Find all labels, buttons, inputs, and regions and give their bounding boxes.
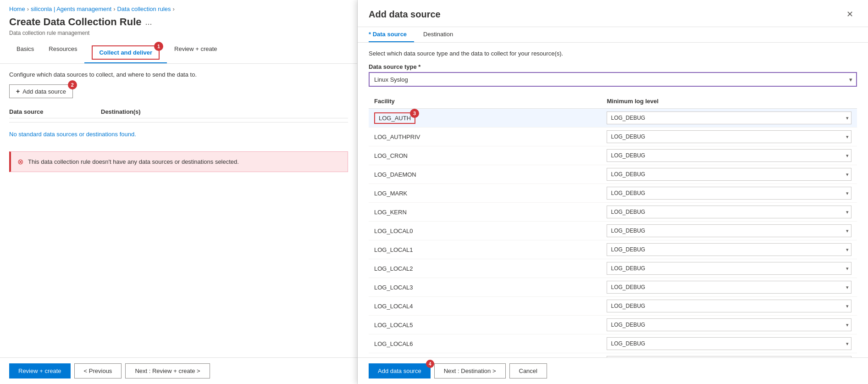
facility-cell: LOG_LOCAL3 <box>369 278 601 297</box>
content-description: Configure which data sources to collect,… <box>9 71 348 78</box>
facility-row: LOG_LOCAL4LOG_DEBUGLOG_INFOLOG_NOTICELOG… <box>369 297 857 316</box>
datasource-type-wrapper: Linux Syslog Windows Event Logs Performa… <box>369 72 857 87</box>
left-panel: Home › siliconla | Agents management › D… <box>0 0 358 384</box>
tab-collect-deliver[interactable]: Collect and deliver 1 <box>84 42 167 63</box>
log-level-cell: LOG_DEBUGLOG_INFOLOG_NOTICELOG_WARNINGLO… <box>601 128 857 146</box>
facility-table: Facility Minimum log level LOG_AUTH3LOG_… <box>369 94 857 357</box>
page-title: Create Data Collection Rule <box>9 16 142 28</box>
log-level-select[interactable]: LOG_DEBUGLOG_INFOLOG_NOTICELOG_WARNINGLO… <box>607 224 851 237</box>
panel-title: Add data source <box>369 9 441 20</box>
datasource-type-select[interactable]: Linux Syslog Windows Event Logs Performa… <box>369 72 857 87</box>
facility-cell: LOG_AUTHPRIV <box>369 128 601 146</box>
next-button[interactable]: Next : Review + create > <box>125 363 210 378</box>
page-title-area: Create Data Collection Rule ... <box>0 16 357 30</box>
facility-cell: LOG_LOCAL7 <box>369 353 601 358</box>
tab-review-create[interactable]: Review + create <box>167 42 225 63</box>
facility-row: LOG_LOCAL3LOG_DEBUGLOG_INFOLOG_NOTICELOG… <box>369 278 857 297</box>
step-badge-4: 4 <box>426 360 434 368</box>
tab-resources[interactable]: Resources <box>41 42 84 63</box>
log-level-select[interactable]: LOG_DEBUGLOG_INFOLOG_NOTICELOG_WARNINGLO… <box>607 168 851 181</box>
panel-footer: Add data source 4 Next : Destination > C… <box>358 357 868 384</box>
log-level-select[interactable]: LOG_DEBUGLOG_INFOLOG_NOTICELOG_WARNINGLO… <box>607 262 851 275</box>
log-level-cell: LOG_DEBUGLOG_INFOLOG_NOTICELOG_WARNINGLO… <box>601 146 857 165</box>
facility-row: LOG_LOCAL2LOG_DEBUGLOG_INFOLOG_NOTICELOG… <box>369 259 857 278</box>
log-level-cell: LOG_DEBUGLOG_INFOLOG_NOTICELOG_WARNINGLO… <box>601 334 857 353</box>
panel-content: Select which data source type and the da… <box>358 43 868 357</box>
log-level-select[interactable]: LOG_DEBUGLOG_INFOLOG_NOTICELOG_WARNINGLO… <box>607 243 851 256</box>
log-level-select[interactable]: LOG_DEBUGLOG_INFOLOG_NOTICELOG_WARNINGLO… <box>607 356 851 357</box>
facility-col-header: Facility <box>369 94 601 109</box>
review-create-button[interactable]: Review + create <box>9 363 71 378</box>
panel-tab-destination[interactable]: Destination <box>423 27 460 42</box>
table-header: Data source Destination(s) <box>9 106 348 118</box>
log-level-cell: LOG_DEBUGLOG_INFOLOG_NOTICELOG_WARNINGLO… <box>601 278 857 297</box>
log-level-select[interactable]: LOG_DEBUGLOG_INFOLOG_NOTICELOG_WARNINGLO… <box>607 318 851 331</box>
log-level-cell: LOG_DEBUGLOG_INFOLOG_NOTICELOG_WARNINGLO… <box>601 184 857 203</box>
plus-icon: + <box>16 88 20 95</box>
facility-row: LOG_AUTHPRIVLOG_DEBUGLOG_INFOLOG_NOTICEL… <box>369 128 857 146</box>
log-level-select[interactable]: LOG_DEBUGLOG_INFOLOG_NOTICELOG_WARNINGLO… <box>607 187 851 200</box>
log-level-cell: LOG_DEBUGLOG_INFOLOG_NOTICELOG_WARNINGLO… <box>601 316 857 334</box>
log-level-select[interactable]: LOG_DEBUGLOG_INFOLOG_NOTICELOG_WARNINGLO… <box>607 281 851 294</box>
facility-cell-box: LOG_AUTH3 <box>374 112 415 124</box>
next-destination-button[interactable]: Next : Destination > <box>434 363 506 378</box>
step-badge-2: 2 <box>68 80 77 89</box>
breadcrumb-agents[interactable]: siliconla | Agents management <box>31 6 111 12</box>
col-header-dest: Destination(s) <box>101 108 348 115</box>
close-button[interactable]: ✕ <box>843 7 857 21</box>
log-level-cell: LOG_DEBUGLOG_INFOLOG_NOTICELOG_WARNINGLO… <box>601 222 857 240</box>
add-data-source-label: Add data source <box>22 88 66 95</box>
log-level-select[interactable]: LOG_DEBUGLOG_INFOLOG_NOTICELOG_WARNINGLO… <box>607 337 851 350</box>
panel-tabs: * Data source Destination <box>358 27 868 43</box>
add-data-source-footer-button[interactable]: Add data source 4 <box>369 363 431 378</box>
log-level-cell: LOG_DEBUGLOG_INFOLOG_NOTICELOG_WARNINGLO… <box>601 109 857 128</box>
facility-cell: LOG_MARK <box>369 184 601 203</box>
page-subtitle: Data collection rule management <box>0 30 357 42</box>
panel-tab-data-source[interactable]: * Data source <box>369 27 414 42</box>
col-header-source: Data source <box>9 108 101 115</box>
log-level-cell: LOG_DEBUGLOG_INFOLOG_NOTICELOG_WARNINGLO… <box>601 240 857 259</box>
cancel-button[interactable]: Cancel <box>509 363 547 378</box>
facility-row: LOG_LOCAL7LOG_DEBUGLOG_INFOLOG_NOTICELOG… <box>369 353 857 358</box>
facility-row: LOG_AUTH3LOG_DEBUGLOG_INFOLOG_NOTICELOG_… <box>369 109 857 128</box>
facility-cell: LOG_LOCAL5 <box>369 316 601 334</box>
facility-row: LOG_MARKLOG_DEBUGLOG_INFOLOG_NOTICELOG_W… <box>369 184 857 203</box>
breadcrumb-home[interactable]: Home <box>9 6 25 12</box>
right-panel: Add data source ✕ * Data source Destinat… <box>358 0 868 384</box>
page-title-menu[interactable]: ... <box>145 17 152 27</box>
log-level-select[interactable]: LOG_DEBUGLOG_INFOLOG_NOTICELOG_WARNINGLO… <box>607 206 851 218</box>
log-level-select[interactable]: LOG_DEBUGLOG_INFOLOG_NOTICELOG_WARNINGLO… <box>607 300 851 312</box>
error-icon: ⊗ <box>17 157 23 166</box>
facility-cell: LOG_LOCAL2 <box>369 259 601 278</box>
panel-description: Select which data source type and the da… <box>369 50 857 57</box>
datasource-type-label: Data source type * <box>369 63 857 70</box>
tab-collect-deliver-box: Collect and deliver 1 <box>92 45 160 60</box>
no-data-message: No standard data sources or destinations… <box>9 126 348 142</box>
log-level-select[interactable]: LOG_DEBUGLOG_INFOLOG_NOTICELOG_WARNINGLO… <box>607 111 851 124</box>
bottom-bar: Review + create < Previous Next : Review… <box>0 357 357 384</box>
log-level-select[interactable]: LOG_DEBUGLOG_INFOLOG_NOTICELOG_WARNINGLO… <box>607 130 851 143</box>
previous-button[interactable]: < Previous <box>74 363 122 378</box>
facility-cell: LOG_LOCAL6 <box>369 334 601 353</box>
facility-row: LOG_LOCAL6LOG_DEBUGLOG_INFOLOG_NOTICELOG… <box>369 334 857 353</box>
panel-header: Add data source ✕ <box>358 0 868 27</box>
facility-cell: LOG_KERN <box>369 203 601 222</box>
log-level-select[interactable]: LOG_DEBUGLOG_INFOLOG_NOTICELOG_WARNINGLO… <box>607 149 851 162</box>
facility-row: LOG_CRONLOG_DEBUGLOG_INFOLOG_NOTICELOG_W… <box>369 146 857 165</box>
error-text: This data collection rule doesn't have a… <box>28 158 239 165</box>
facility-row: LOG_LOCAL5LOG_DEBUGLOG_INFOLOG_NOTICELOG… <box>369 316 857 334</box>
error-box: ⊗ This data collection rule doesn't have… <box>9 151 348 172</box>
add-data-source-button[interactable]: + Add data source 2 <box>9 84 73 98</box>
facility-table-header-row: Facility Minimum log level <box>369 94 857 109</box>
facility-cell: LOG_LOCAL0 <box>369 222 601 240</box>
breadcrumb-dcr[interactable]: Data collection rules <box>117 6 171 12</box>
facility-cell: LOG_LOCAL4 <box>369 297 601 316</box>
log-level-cell: LOG_DEBUGLOG_INFOLOG_NOTICELOG_WARNINGLO… <box>601 297 857 316</box>
log-level-cell: LOG_DEBUGLOG_INFOLOG_NOTICELOG_WARNINGLO… <box>601 203 857 222</box>
facility-row: LOG_KERNLOG_DEBUGLOG_INFOLOG_NOTICELOG_W… <box>369 203 857 222</box>
tab-basics[interactable]: Basics <box>9 42 41 63</box>
log-level-cell: LOG_DEBUGLOG_INFOLOG_NOTICELOG_WARNINGLO… <box>601 165 857 184</box>
facility-row: LOG_LOCAL0LOG_DEBUGLOG_INFOLOG_NOTICELOG… <box>369 222 857 240</box>
step-badge-1: 1 <box>154 42 163 51</box>
log-level-col-header: Minimum log level <box>601 94 857 109</box>
